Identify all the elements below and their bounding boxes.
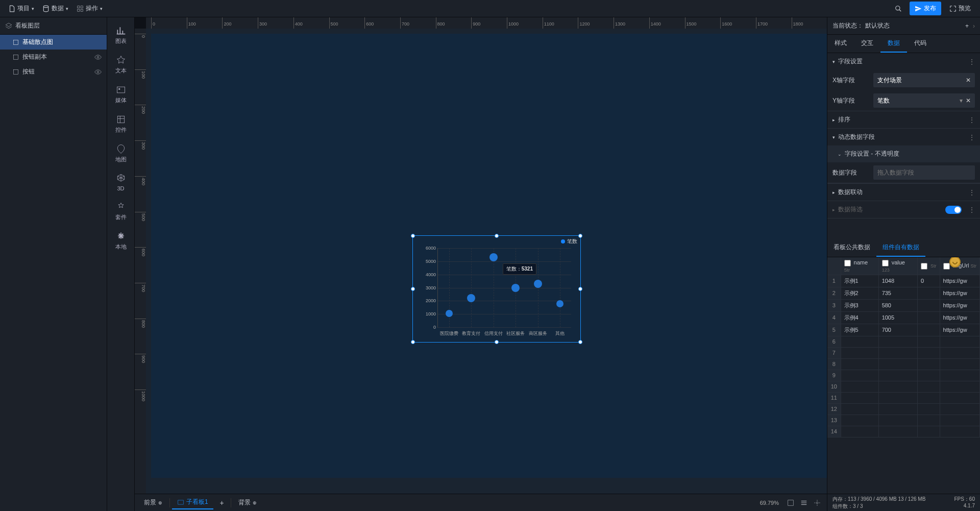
chevron-down-icon[interactable]: ▾ <box>960 97 963 104</box>
subsection-header-opacity[interactable]: ⌄ 字段设置 - 不透明度 <box>827 145 980 162</box>
table-row[interactable]: 7 <box>827 347 980 358</box>
x-field-control[interactable]: 支付场景 ✕ <box>873 73 975 87</box>
tab-foreground[interactable]: 前景 ⊕ <box>139 496 167 509</box>
table-row[interactable]: 9 <box>827 370 980 381</box>
section-header-filter[interactable]: ▸ 数据筛选 ⋮ <box>827 201 980 218</box>
layer-item[interactable]: 按钮副本 <box>0 50 107 64</box>
table-row[interactable]: 3示例3580https://gw <box>827 299 980 311</box>
section-header-sort[interactable]: ▸ 排序 ⋮ <box>827 111 980 128</box>
more-icon[interactable]: ⋮ <box>969 189 975 196</box>
table-row[interactable]: 13 <box>827 415 980 426</box>
tab-child-board[interactable]: 子看板1 <box>172 496 213 509</box>
table-col-header[interactable]: value 123 <box>878 257 917 275</box>
canvas-area[interactable]: 笔数 0100020003000400050006000医院缴费教育支付信用支付… <box>146 29 827 494</box>
list-icon[interactable] <box>800 499 807 506</box>
cell-c3[interactable] <box>918 287 940 299</box>
col-checkbox[interactable] <box>943 263 950 270</box>
search-button[interactable] <box>891 2 905 16</box>
cell-imgurl[interactable]: https://gw <box>940 324 979 336</box>
data-menu[interactable]: 数据 ▾ <box>38 2 72 15</box>
publish-button[interactable]: 发布 <box>910 2 941 15</box>
cell-value[interactable]: 1048 <box>878 275 917 287</box>
table-row[interactable]: 4示例41005https://gw <box>827 311 980 324</box>
col-checkbox[interactable] <box>844 260 851 266</box>
eye-icon[interactable] <box>94 54 102 61</box>
table-col-header[interactable]: Str <box>918 257 940 275</box>
component-category[interactable]: 文本 <box>115 50 127 80</box>
cell-name[interactable]: 示例2 <box>841 287 878 299</box>
more-icon[interactable]: ⋮ <box>969 58 975 65</box>
cell-name[interactable]: 示例5 <box>841 324 878 336</box>
clear-icon[interactable]: ✕ <box>966 97 971 104</box>
cell-imgurl[interactable]: https://gw <box>940 275 979 287</box>
scatter-point[interactable] <box>446 310 453 317</box>
cell-value[interactable]: 580 <box>878 299 917 311</box>
property-tab[interactable]: 交互 <box>854 35 880 53</box>
cell-value[interactable]: 735 <box>878 287 917 299</box>
y-field-control[interactable]: 笔数 ▾ ✕ <box>873 93 975 108</box>
more-icon[interactable]: ⋮ <box>969 134 975 141</box>
selection-box[interactable]: 笔数 0100020003000400050006000医院缴费教育支付信用支付… <box>412 235 581 343</box>
layer-item[interactable]: 按钮 <box>0 64 107 79</box>
component-category[interactable]: 3D <box>116 168 126 197</box>
cell-name[interactable]: 示例4 <box>841 311 878 324</box>
more-icon[interactable]: ⋮ <box>969 116 975 124</box>
clear-icon[interactable]: ✕ <box>966 77 971 84</box>
cell-name[interactable]: 示例3 <box>841 299 878 311</box>
table-row[interactable]: 12 <box>827 403 980 415</box>
action-menu[interactable]: 操作 ▾ <box>72 2 107 15</box>
section-header-link[interactable]: ▸ 数据联动 ⋮ <box>827 184 980 201</box>
component-category[interactable]: 套件 <box>115 197 127 226</box>
table-row[interactable]: 6 <box>827 336 980 347</box>
col-checkbox[interactable] <box>882 260 889 266</box>
grid-zoom-icon[interactable] <box>787 499 794 506</box>
property-tab[interactable]: 数据 <box>880 35 907 53</box>
cell-c3[interactable]: 0 <box>918 275 940 287</box>
cell-imgurl[interactable]: https://gw <box>940 311 979 324</box>
section-header-field[interactable]: ▾ 字段设置 ⋮ <box>827 53 980 70</box>
component-category[interactable]: 地图 <box>115 139 127 168</box>
cell-name[interactable]: 示例1 <box>841 275 878 287</box>
layer-item[interactable]: 基础散点图 <box>0 35 107 50</box>
settings-icon[interactable] <box>814 499 821 506</box>
data-tab[interactable]: 组件自有数据 <box>876 239 925 257</box>
project-menu[interactable]: 项目 ▾ <box>4 2 38 15</box>
chevron-right-icon[interactable]: › <box>973 22 975 30</box>
filter-toggle[interactable] <box>945 206 962 214</box>
col-checkbox[interactable] <box>921 263 927 270</box>
section-header-dynamic[interactable]: ▾ 动态数据字段 ⋮ <box>827 129 980 145</box>
data-tab[interactable]: 看板公共数据 <box>827 239 876 257</box>
component-category[interactable]: 媒体 <box>115 80 127 109</box>
more-icon[interactable]: ⋮ <box>969 206 975 213</box>
scatter-point[interactable] <box>534 280 542 288</box>
property-tab[interactable]: 代码 <box>907 35 934 53</box>
table-row[interactable]: 5示例5700https://gw <box>827 324 980 336</box>
scatter-point[interactable] <box>467 294 475 302</box>
property-tab[interactable]: 样式 <box>827 35 854 53</box>
component-category[interactable]: 本地 <box>115 226 127 256</box>
table-col-header[interactable]: name Str <box>841 257 878 275</box>
cell-c3[interactable] <box>918 324 940 336</box>
table-row[interactable]: 11 <box>827 392 980 403</box>
table-row[interactable]: 2示例2735https://gw <box>827 287 980 299</box>
cell-value[interactable]: 700 <box>878 324 917 336</box>
add-state-button[interactable]: + <box>965 22 969 30</box>
component-category[interactable]: 图表 <box>115 20 127 50</box>
add-tab-button[interactable]: + <box>215 499 229 507</box>
preview-button[interactable]: 预览 <box>944 2 976 15</box>
cell-imgurl[interactable]: https://gw <box>940 287 979 299</box>
table-row[interactable]: 10 <box>827 381 980 392</box>
scatter-point[interactable] <box>511 284 520 292</box>
tab-background[interactable]: 背景 ⊕ <box>233 496 262 509</box>
cell-c3[interactable] <box>918 311 940 324</box>
table-row[interactable]: 14 <box>827 426 980 437</box>
table-row[interactable]: 8 <box>827 358 980 370</box>
component-category[interactable]: 控件 <box>115 109 127 139</box>
data-field-control[interactable]: 拖入数据字段 <box>873 165 975 180</box>
cell-c3[interactable] <box>918 299 940 311</box>
cell-imgurl[interactable]: https://gw <box>940 299 979 311</box>
table-row[interactable]: 1示例110480https://gw <box>827 275 980 287</box>
eye-icon[interactable] <box>94 68 102 76</box>
cell-value[interactable]: 1005 <box>878 311 917 324</box>
scatter-point[interactable] <box>556 300 564 307</box>
